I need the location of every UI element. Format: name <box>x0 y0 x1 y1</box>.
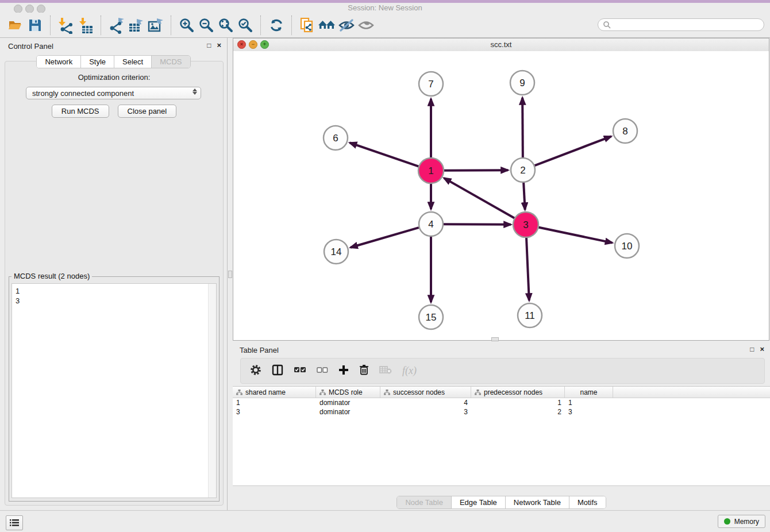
graph-edge-4-14[interactable] <box>351 228 419 248</box>
select-all-check-icon[interactable] <box>294 366 306 376</box>
apply-layout-icon[interactable] <box>267 15 286 36</box>
column-label: predecessor nodes <box>484 388 542 396</box>
export-image-icon[interactable] <box>146 15 165 36</box>
splitter-handle-vertical[interactable] <box>228 271 232 278</box>
toolbar-separator <box>50 16 51 35</box>
node-table: shared name MCDS role successor nodes pr… <box>233 386 770 486</box>
close-panel-icon[interactable]: × <box>217 41 221 49</box>
memory-status-icon <box>724 518 730 525</box>
column-type-icon <box>384 390 390 395</box>
column-header-mcds-role[interactable]: MCDS role <box>316 387 380 398</box>
toolbar-separator <box>101 16 102 35</box>
preview-eye-icon[interactable] <box>356 15 376 36</box>
graph-node-label: 15 <box>426 312 437 323</box>
clone-network-icon[interactable] <box>298 15 317 36</box>
zoom-out-icon[interactable] <box>197 15 216 36</box>
export-network-icon[interactable] <box>107 15 126 36</box>
graph-edge-1-2[interactable] <box>444 170 508 171</box>
run-mcds-button[interactable]: Run MCDS <box>52 105 109 118</box>
tab-edge-table[interactable]: Edge Table <box>452 496 506 508</box>
tab-select[interactable]: Select <box>114 56 152 68</box>
column-label: successor nodes <box>393 388 445 396</box>
table-panel-title: Table Panel <box>240 346 279 354</box>
task-history-button[interactable] <box>6 515 23 530</box>
deselect-all-icon[interactable] <box>317 366 328 376</box>
window-title: Session: New Session <box>0 3 770 12</box>
import-table-icon[interactable] <box>76 15 95 36</box>
graph-node-label: 3 <box>523 219 528 230</box>
graph-edge-2-9[interactable] <box>522 98 523 157</box>
tab-mcds[interactable]: MCDS <box>152 56 190 68</box>
graph-edge-2-3[interactable] <box>523 183 525 210</box>
column-header-shared-name[interactable]: shared name <box>233 387 316 398</box>
graph-node-label: 14 <box>331 246 342 257</box>
tab-network[interactable]: Network <box>37 56 81 68</box>
cell-mcds-role: dominator <box>316 408 380 416</box>
graph-edge-4-3[interactable] <box>444 224 511 225</box>
column-header-successor-nodes[interactable]: successor nodes <box>380 387 471 398</box>
list-icon <box>10 519 19 527</box>
graph-node-label: 4 <box>428 219 433 230</box>
column-chooser-icon[interactable] <box>272 364 283 378</box>
zoom-in-icon[interactable] <box>177 15 197 36</box>
delete-column-icon[interactable] <box>359 364 369 377</box>
open-folder-icon[interactable] <box>6 15 25 36</box>
float-panel-icon[interactable]: □ <box>750 346 754 353</box>
search-box[interactable] <box>598 18 764 31</box>
save-icon[interactable] <box>25 15 45 36</box>
splitter-handle-horizontal[interactable] <box>491 337 499 341</box>
cell-predecessor-nodes: 1 <box>471 399 565 407</box>
optimization-criterion-select[interactable]: strongly connected component <box>26 87 201 99</box>
control-panel: Control Panel □ × Network Style Select M… <box>0 38 228 510</box>
mcds-result-line: 1 <box>16 286 20 296</box>
search-icon <box>603 21 611 29</box>
delete-table-icon[interactable] <box>379 365 392 377</box>
graph-edge-1-6[interactable] <box>350 142 419 166</box>
hide-graphics-details-icon[interactable] <box>337 15 356 36</box>
close-panel-icon[interactable]: × <box>760 345 764 353</box>
graph-node-label: 9 <box>519 78 525 88</box>
graph-edge-3-1[interactable] <box>444 178 515 218</box>
mcds-panel: Optimization criterion: strongly connect… <box>5 61 224 506</box>
tab-style[interactable]: Style <box>81 56 114 68</box>
settings-gear-icon[interactable] <box>250 364 261 378</box>
control-panel-title: Control Panel <box>8 42 53 51</box>
table-row[interactable]: 3 dominator 3 2 3 <box>233 407 770 417</box>
network-graph[interactable]: 7968124314101511 <box>233 51 769 340</box>
network-canvas[interactable]: 7968124314101511 <box>233 51 769 340</box>
memory-button[interactable]: Memory <box>718 515 765 528</box>
optimization-criterion-value: strongly connected component <box>32 89 134 98</box>
column-header-predecessor-nodes[interactable]: predecessor nodes <box>471 387 565 398</box>
float-panel-icon[interactable]: □ <box>207 42 211 49</box>
import-network-icon[interactable] <box>56 15 76 36</box>
graph-edge-3-10[interactable] <box>538 228 613 243</box>
cell-shared-name: 1 <box>233 399 316 407</box>
tab-motifs[interactable]: Motifs <box>569 496 606 508</box>
network-window-title: scc.txt <box>233 40 769 49</box>
cell-shared-name: 3 <box>233 408 316 416</box>
tab-network-table[interactable]: Network Table <box>506 496 569 508</box>
function-builder-icon[interactable]: f(x) <box>402 365 417 377</box>
home-icon[interactable] <box>317 15 337 36</box>
mcds-result-title: MCDS result (2 nodes) <box>11 272 92 280</box>
table-row[interactable]: 1 dominator 4 1 1 <box>233 398 770 407</box>
cell-name: 3 <box>565 408 613 416</box>
graph-edge-3-11[interactable] <box>526 237 529 300</box>
add-column-icon[interactable] <box>338 365 349 377</box>
zoom-fit-icon[interactable] <box>216 15 236 36</box>
graph-node-label: 2 <box>520 165 525 176</box>
tab-node-table[interactable]: Node Table <box>397 496 452 508</box>
network-window-titlebar[interactable]: × − + scc.txt <box>233 38 769 52</box>
network-view-window: × − + scc.txt 7968124314101511 <box>233 38 769 341</box>
column-type-icon <box>319 390 326 395</box>
result-scrollbar[interactable] <box>208 284 216 498</box>
column-header-name[interactable]: name <box>565 387 613 398</box>
select-spinner-icon <box>192 88 197 95</box>
cell-successor-nodes: 3 <box>380 408 471 416</box>
export-table-icon[interactable] <box>126 15 146 36</box>
mcds-result-textarea[interactable]: 1 3 <box>11 283 217 498</box>
search-input[interactable] <box>611 21 764 29</box>
close-panel-button[interactable]: Close panel <box>118 105 177 118</box>
zoom-selected-icon[interactable] <box>236 15 255 36</box>
graph-edge-2-8[interactable] <box>535 136 611 165</box>
